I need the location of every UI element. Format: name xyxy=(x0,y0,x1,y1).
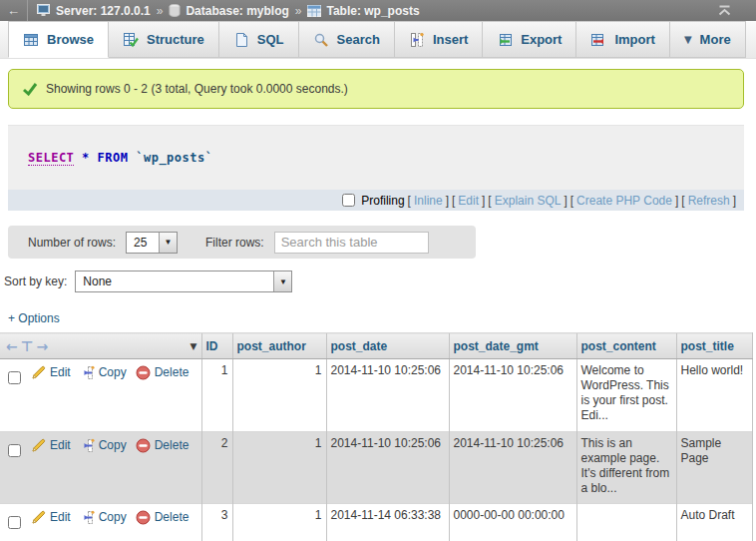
breadcrumb-database[interactable]: Database: myblog xyxy=(169,4,288,18)
results-table: ←⊤→ ▼ ID post_author post_date post_date… xyxy=(0,332,753,541)
tab-browse-label: Browse xyxy=(47,32,94,47)
sql-keyword-select[interactable]: SELECT xyxy=(28,151,74,166)
search-icon xyxy=(313,32,329,48)
refresh-link[interactable]: Refresh xyxy=(688,194,730,208)
cell-post-title: Sample Page xyxy=(676,432,752,504)
chevron-down-icon: ▼ xyxy=(159,233,177,253)
delete-link[interactable]: Delete xyxy=(155,510,189,525)
edit-action[interactable]: Edit xyxy=(31,365,71,380)
options-toggle[interactable]: + Options xyxy=(8,311,78,325)
sort-by-key-select[interactable]: None ▼ xyxy=(75,270,292,292)
table-row: EditCopyDelete 2 1 2014-11-10 10:25:06 2… xyxy=(0,432,752,504)
breadcrumb-separator: » xyxy=(157,4,164,18)
breadcrumb-server[interactable]: Server: 127.0.0.1 xyxy=(37,4,151,18)
column-header-post-content[interactable]: post_content xyxy=(576,333,676,359)
row-actions-cell: EditCopyDelete xyxy=(0,359,201,432)
chevron-down-icon: ▼ xyxy=(273,271,291,291)
sort-by-key-label: Sort by key: xyxy=(4,274,67,288)
breadcrumb: Server: 127.0.0.1 » Database: myblog » T… xyxy=(37,4,420,18)
bracket: [ xyxy=(681,194,684,208)
tab-insert[interactable]: Insert xyxy=(395,21,483,58)
column-header-post-author[interactable]: post_author xyxy=(232,333,326,359)
row-checkbox[interactable] xyxy=(8,516,21,529)
breadcrumb-table-label: Table: wp_posts xyxy=(326,4,419,18)
sql-table-name: `wp_posts` xyxy=(136,151,212,165)
number-of-rows-label: Number of rows: xyxy=(28,236,116,250)
cell-post-title: Auto Draft xyxy=(676,504,752,541)
header-actions-cell: ←⊤→ ▼ xyxy=(0,333,201,359)
chevron-down-icon: ▼ xyxy=(684,34,692,45)
cell-post-date: 2014-11-10 10:25:06 xyxy=(326,432,449,504)
profiling-checkbox[interactable] xyxy=(342,194,355,207)
breadcrumb-table[interactable]: Table: wp_posts xyxy=(307,4,419,18)
cell-post-content: Welcome to WordPress. This is your first… xyxy=(576,359,676,432)
row-checkbox[interactable] xyxy=(8,444,21,457)
profiling-label: Profiling xyxy=(361,194,404,208)
copy-link[interactable]: Copy xyxy=(99,438,127,453)
sql-icon xyxy=(233,32,249,48)
profiling-checkbox-label[interactable]: Profiling xyxy=(342,194,404,208)
number-of-rows-value: 25 xyxy=(127,233,159,253)
column-header-id[interactable]: ID xyxy=(201,333,232,359)
delete-action[interactable]: Delete xyxy=(136,510,189,525)
breadcrumb-server-label: Server: 127.0.0.1 xyxy=(56,4,151,18)
tab-more[interactable]: ▼ More xyxy=(670,21,746,58)
sql-query-box: SELECT * FROM `wp_posts` Profiling [ Inl… xyxy=(8,125,744,211)
edit-action[interactable]: Edit xyxy=(31,510,71,525)
number-of-rows-select[interactable]: 25 ▼ xyxy=(126,232,178,254)
delete-link[interactable]: Delete xyxy=(155,438,189,453)
breadcrumb-separator: » xyxy=(295,4,302,18)
copy-icon xyxy=(80,510,95,525)
copy-icon xyxy=(80,438,95,453)
tab-sql[interactable]: SQL xyxy=(219,21,299,58)
edit-link[interactable]: Edit xyxy=(50,438,71,453)
tab-search[interactable]: Search xyxy=(299,21,395,58)
copy-action[interactable]: Copy xyxy=(80,365,127,380)
tab-browse[interactable]: Browse xyxy=(8,21,109,58)
success-check-icon xyxy=(22,82,38,96)
filter-rows-input[interactable] xyxy=(274,232,429,254)
filter-rows-label: Filter rows: xyxy=(205,236,264,250)
status-message: Showing rows 0 - 2 (3 total, Query took … xyxy=(8,69,744,109)
pencil-icon xyxy=(31,438,46,453)
inline-link[interactable]: Inline xyxy=(414,194,443,208)
sort-descending-icon[interactable]: ▼ xyxy=(190,341,197,351)
collapse-panel-button[interactable] xyxy=(717,5,732,16)
tab-export[interactable]: Export xyxy=(483,21,576,58)
tab-structure-label: Structure xyxy=(147,32,204,47)
copy-action[interactable]: Copy xyxy=(80,510,127,525)
display-direction-icon[interactable]: ←⊤→ xyxy=(6,338,51,354)
database-icon xyxy=(169,4,181,17)
column-header-post-date-gmt[interactable]: post_date_gmt xyxy=(449,333,576,359)
delete-action[interactable]: Delete xyxy=(136,438,189,453)
rows-control-bar: Number of rows: 25 ▼ Filter rows: xyxy=(8,226,476,259)
tab-import[interactable]: Import xyxy=(576,21,669,58)
cell-post-title: Hello world! xyxy=(676,359,752,432)
bracket: ] xyxy=(446,194,449,208)
row-actions-cell: EditCopyDelete xyxy=(0,432,201,504)
bracket: [ xyxy=(488,194,491,208)
cell-post-content xyxy=(576,504,676,541)
edit-action[interactable]: Edit xyxy=(31,438,71,453)
tab-structure[interactable]: Structure xyxy=(109,21,219,58)
breadcrumb-bar: ← Server: 127.0.0.1 » Database: myblog »… xyxy=(0,0,756,21)
copy-link[interactable]: Copy xyxy=(99,510,127,525)
column-header-post-title[interactable]: post_title xyxy=(676,333,752,359)
edit-query-link[interactable]: Edit xyxy=(458,194,479,208)
delete-action[interactable]: Delete xyxy=(136,365,189,380)
copy-action[interactable]: Copy xyxy=(80,438,127,453)
create-php-code-link[interactable]: Create PHP Code xyxy=(576,194,672,208)
row-checkbox[interactable] xyxy=(8,371,21,384)
delete-link[interactable]: Delete xyxy=(155,365,189,380)
bracket: ] xyxy=(733,194,736,208)
sort-by-key-row: Sort by key: None ▼ xyxy=(4,270,756,292)
back-arrow-button[interactable]: ← xyxy=(0,0,28,21)
cell-post-author: 1 xyxy=(232,359,326,432)
edit-link[interactable]: Edit xyxy=(50,510,71,525)
copy-link[interactable]: Copy xyxy=(99,365,127,380)
column-header-post-date[interactable]: post_date xyxy=(326,333,449,359)
tab-export-label: Export xyxy=(521,32,562,47)
edit-link[interactable]: Edit xyxy=(50,365,71,380)
tab-more-label: More xyxy=(700,32,731,47)
explain-sql-link[interactable]: Explain SQL xyxy=(495,194,562,208)
